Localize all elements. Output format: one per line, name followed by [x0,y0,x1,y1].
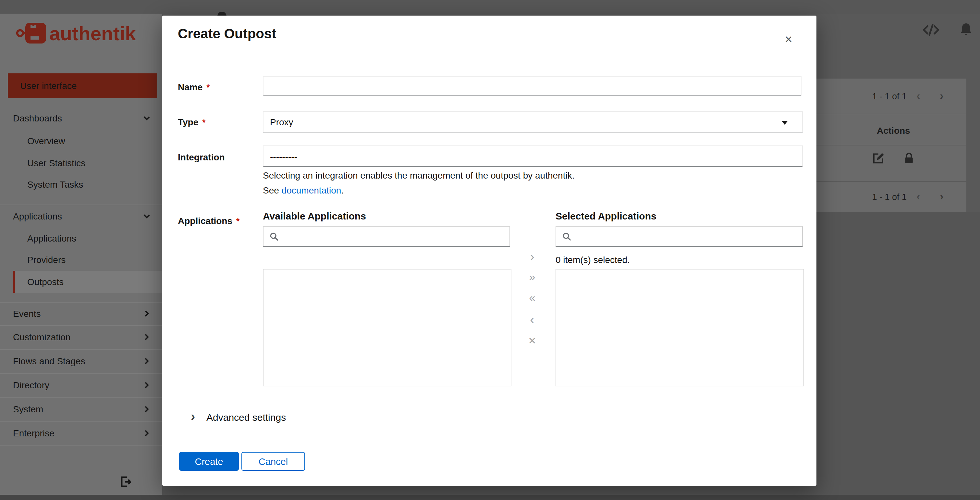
chevron-right-icon [143,333,151,341]
available-applications-listbox[interactable] [263,269,511,386]
add-selected-icon[interactable]: › [524,249,540,264]
pagination-prev-icon[interactable]: ‹ [907,89,930,103]
sidebar-section-applications[interactable]: Applications [0,205,162,227]
chevron-right-icon [143,381,151,389]
sidebar-item-user-statistics[interactable]: User Statistics [0,152,162,174]
authentik-logo: authentik [16,20,149,46]
name-label: Name* [178,82,210,92]
bottom-strip [0,495,980,500]
required-marker: * [202,118,205,127]
documentation-link[interactable]: documentation [282,185,341,196]
remove-all-icon[interactable]: « [524,290,540,306]
advanced-settings-toggle[interactable]: Advanced settings [206,412,286,423]
chevron-down-icon [143,212,151,220]
applications-label: Applications* [178,216,239,226]
bell-icon[interactable] [959,23,973,38]
sidebar-item-applications[interactable]: Applications [0,227,162,249]
sidebar: authentik User interface Dashboards Over… [0,14,162,495]
name-input[interactable] [263,76,802,96]
chevron-right-icon [143,357,151,365]
add-all-icon[interactable]: » [524,269,540,285]
selected-search [555,226,803,247]
create-outpost-modal: Create Outpost ✕ Name* Type* Proxy Integ… [162,16,816,486]
pagination-next-icon[interactable]: › [930,190,953,203]
pagination-prev-icon[interactable]: ‹ [907,190,930,203]
page: authentik User interface Dashboards Over… [0,0,980,500]
chevron-down-icon [143,114,151,122]
sidebar-section-enterprise[interactable]: Enterprise [0,422,162,444]
search-icon [562,232,572,242]
user-interface-label: User interface [8,81,76,91]
divider [0,446,162,446]
integration-help-text: Selecting an integration enables the man… [263,170,574,180]
selected-applications-title: Selected Applications [555,210,657,221]
brand-wordmark: authentik [49,23,136,45]
integration-label: Integration [178,152,225,162]
sidebar-section-events[interactable]: Events [0,303,162,325]
selected-search-input[interactable] [576,228,799,246]
type-select-value: Proxy [264,116,293,127]
integration-select[interactable]: --------- [263,145,803,167]
available-search [263,226,510,247]
sidebar-item-overview[interactable]: Overview [0,130,162,152]
pagination-top-text: 1 - 1 of 1 [872,91,907,101]
sidebar-section-customization[interactable]: Customization [0,326,162,348]
pagination-next-icon[interactable]: › [930,89,953,103]
lock-icon[interactable] [903,151,915,165]
sidebar-section-directory[interactable]: Directory [0,374,162,396]
close-icon[interactable]: ✕ [780,31,797,48]
available-search-input[interactable] [283,228,506,246]
chevron-right-icon [143,429,151,437]
create-button[interactable]: Create [179,452,239,471]
chevron-right-icon [143,310,151,317]
search-icon [269,232,279,242]
code-icon[interactable] [922,22,940,38]
sidebar-section-dashboards[interactable]: Dashboards [0,107,162,129]
modal-title: Create Outpost [178,26,276,41]
edit-icon[interactable] [872,151,885,165]
sidebar-item-providers[interactable]: Providers [0,249,162,271]
sidebar-item-system-tasks[interactable]: System Tasks [0,174,162,196]
clear-selection-icon[interactable]: ✕ [524,333,540,349]
integration-select-value: --------- [264,151,297,161]
selected-applications-listbox[interactable] [555,269,804,386]
caret-down-icon [781,121,788,125]
chevron-right-icon [143,405,151,413]
required-marker: * [236,216,239,226]
type-select[interactable]: Proxy [263,111,803,132]
sign-out-icon[interactable] [119,475,132,488]
integration-help-see: See documentation. [263,185,344,196]
advanced-settings-chevron-icon[interactable]: › [191,409,195,424]
available-applications-title: Available Applications [263,210,366,221]
remove-selected-icon[interactable]: ‹ [524,312,540,327]
pagination-bottom-text: 1 - 1 of 1 [872,192,907,202]
sidebar-section-system[interactable]: System [0,398,162,420]
actions-column-header: Actions [877,125,910,136]
selected-status: 0 item(s) selected. [555,255,630,265]
sidebar-item-outposts-active[interactable]: Outposts [13,271,162,293]
sidebar-section-flows-and-stages[interactable]: Flows and Stages [0,350,162,372]
top-band [0,0,980,14]
sidebar-item-user-interface[interactable]: User interface [8,73,157,98]
cancel-button[interactable]: Cancel [242,452,305,471]
required-marker: * [206,83,210,92]
type-label: Type* [178,117,205,127]
